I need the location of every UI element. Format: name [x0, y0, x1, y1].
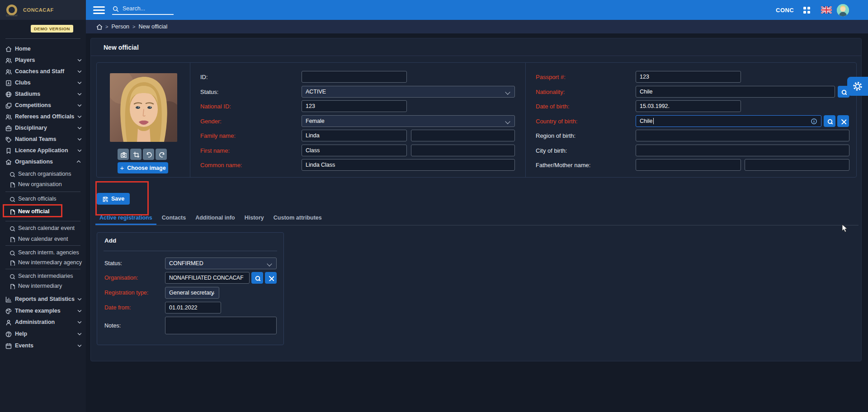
sidebar-item-search-officials[interactable]: Search officials [0, 194, 86, 204]
nationality-input[interactable] [636, 86, 835, 98]
add-registration-type-select[interactable]: General secretary [165, 287, 219, 299]
sidebar-item-help[interactable]: Help [0, 329, 86, 339]
tag-icon [5, 136, 12, 143]
father-mother-name-input-2[interactable] [745, 159, 849, 171]
choose-image-button[interactable]: + Choose image [118, 162, 168, 173]
sidebar-item-organisations[interactable]: Organisations [0, 157, 86, 167]
sidebar-item-administration[interactable]: Administration [0, 317, 86, 327]
logo-area[interactable]: Concacaf CONCACAF [0, 0, 86, 20]
add-date-from-label: Date from: [104, 304, 131, 311]
chevron-down-icon [77, 148, 81, 153]
search-icon [9, 250, 15, 256]
sidebar-item-search-calendar-event[interactable]: Search calendar event [0, 223, 86, 233]
global-search[interactable] [112, 5, 174, 15]
tab-history[interactable]: History [241, 215, 268, 225]
calendar-icon [5, 342, 12, 349]
breadcrumb-item-new-official[interactable]: New official [138, 23, 167, 30]
add-organisation-search-button[interactable] [251, 272, 263, 284]
family-name-input-2[interactable] [411, 130, 515, 141]
sidebar-item-reports-and-statistics[interactable]: Reports and Statistics [0, 294, 86, 304]
field-label-nationality: Nationality: [536, 89, 565, 95]
person-photo [110, 73, 177, 142]
user-avatar[interactable] [837, 4, 849, 16]
add-status-select[interactable]: CONFIRMED [165, 258, 277, 269]
sidebar-item-stadiums[interactable]: Stadiums [0, 89, 86, 99]
apps-grid-icon[interactable] [803, 7, 810, 14]
add-organisation-clear-button[interactable] [265, 272, 277, 284]
sidebar-item-clubs[interactable]: Clubs [0, 78, 86, 88]
sidebar-item-events[interactable]: Events [0, 341, 86, 351]
gender-select[interactable]: Female [302, 115, 515, 127]
country-clear-button[interactable] [837, 115, 849, 127]
field-label-city-of-birth: City of birth: [536, 147, 567, 154]
tab-active-registrations[interactable]: Active registrations [95, 215, 156, 225]
family-name-input[interactable] [302, 130, 407, 141]
city-of-birth-input[interactable] [636, 145, 849, 156]
first-name-input-2[interactable] [411, 145, 515, 156]
add-panel-title: Add [104, 237, 116, 244]
sidebar-item-theme-examples[interactable]: Theme examples [0, 306, 86, 316]
region-of-birth-input[interactable] [636, 130, 849, 141]
home-icon[interactable] [96, 23, 102, 30]
chevron-down-icon [77, 320, 81, 324]
camera-icon [120, 151, 127, 158]
father-mother-name-input[interactable] [636, 159, 741, 171]
photo-toolbar [118, 149, 167, 160]
sidebar-item-new-official[interactable]: New official [0, 206, 86, 216]
passport-input[interactable] [636, 71, 741, 83]
sidebar-item-competitions[interactable]: Competitions [0, 100, 86, 110]
chevron-down-icon [77, 114, 81, 119]
sidebar-item-licence-application[interactable]: Licence Application [0, 145, 86, 155]
sidebar-item-players[interactable]: Players [0, 55, 86, 65]
chevron-down-icon [77, 137, 81, 141]
add-date-from-input[interactable] [165, 302, 221, 314]
chevron-down-icon [77, 343, 81, 348]
uk-flag-icon[interactable] [821, 6, 832, 14]
sidebar-item-search-organisations[interactable]: Search organisations [0, 169, 86, 179]
sidebar-item-new-intermediary-agency[interactable]: New intermediary agency [0, 258, 86, 267]
sidebar-item-search-intermediaries[interactable]: Search intermediaries [0, 271, 86, 281]
settings-button[interactable] [847, 77, 868, 96]
crop-icon [133, 151, 139, 158]
tab-contacts[interactable]: Contacts [158, 215, 190, 225]
org-code-label[interactable]: CONC [776, 7, 794, 14]
rotate-left-button[interactable] [143, 149, 154, 160]
chevron-down-icon [77, 92, 81, 96]
divider [190, 63, 190, 177]
sidebar-item-disciplinary[interactable]: Disciplinary [0, 123, 86, 133]
status-select[interactable]: ACTIVE [302, 86, 515, 98]
file-icon [9, 283, 15, 289]
sidebar-item-search-interm-agencies[interactable]: Search interm. agencies [0, 248, 86, 258]
common-name-input[interactable] [302, 159, 515, 171]
crop-button[interactable] [130, 149, 142, 160]
tab-additional-info[interactable]: Additional info [191, 215, 239, 225]
save-button[interactable]: Save [97, 193, 130, 205]
menu-icon[interactable] [93, 6, 105, 14]
sidebar-item-new-organisation[interactable]: New organisation [0, 179, 86, 189]
add-organisation-input[interactable] [165, 272, 250, 284]
date-of-birth-input[interactable] [636, 100, 741, 112]
rotate-right-icon [158, 151, 165, 158]
sidebar-item-referees-and-officials[interactable]: Referees and Officials [0, 112, 86, 122]
sidebar-item-new-intermediary[interactable]: New intermediary [0, 281, 86, 291]
sidebar-item-new-calendar-event[interactable]: New calendar event [0, 234, 86, 244]
country-search-button[interactable] [824, 115, 835, 127]
breadcrumb-item-person[interactable]: Person [111, 23, 129, 30]
id-input[interactable] [302, 71, 407, 83]
sidebar-item-coaches-and-staff[interactable]: Coaches and Staff [0, 66, 86, 76]
help-icon [5, 331, 12, 337]
add-notes-textarea[interactable] [165, 317, 277, 334]
plus-icon: + [120, 164, 124, 172]
sidebar-item-national-teams[interactable]: National Teams [0, 134, 86, 144]
country-of-birth-input[interactable]: Chile [636, 115, 821, 127]
search-icon [9, 171, 15, 177]
sidebar-item-home[interactable]: Home [0, 44, 86, 54]
gear-icon [852, 81, 863, 92]
first-name-input[interactable] [302, 145, 407, 156]
tab-custom-attributes[interactable]: Custom attributes [269, 215, 326, 225]
camera-button[interactable] [118, 149, 129, 160]
national-id-input[interactable] [302, 100, 407, 112]
rotate-right-button[interactable] [156, 149, 167, 160]
info-icon[interactable] [811, 118, 817, 125]
search-input[interactable] [122, 5, 167, 12]
